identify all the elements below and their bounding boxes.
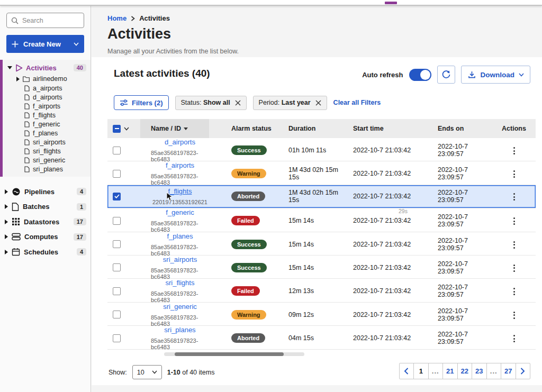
table-row[interactable]: sri_planes 85ae3568197823-bc6483 Aborted… <box>107 326 536 349</box>
row-checkbox[interactable] <box>113 170 121 178</box>
filter-chip-status[interactable]: Status: Show all <box>175 96 247 110</box>
row-checkbox[interactable] <box>113 334 121 342</box>
activity-name-link[interactable]: sri_generic <box>163 303 197 311</box>
auto-refresh-toggle[interactable] <box>409 69 431 81</box>
prev-page-button[interactable] <box>399 363 414 379</box>
row-actions-kebab[interactable] <box>510 238 518 252</box>
header-start-time[interactable]: Start time <box>344 125 429 132</box>
tree-item-file[interactable]: a_airports <box>3 84 91 93</box>
header-alarm-status[interactable]: Alarm status <box>209 125 281 132</box>
datastore-grid-icon <box>12 217 20 226</box>
table-row[interactable]: f_airports 85ae3568197823-bc6483 Warning… <box>107 161 536 185</box>
tree-item-file[interactable]: f_flights <box>3 111 91 120</box>
sidebar-item-schedules[interactable]: Schedules 4 <box>0 244 91 260</box>
page-button-23[interactable]: 23 <box>472 363 487 379</box>
start-time-cell: 2022-10-7 21:03:42 <box>344 311 429 318</box>
tree-item-airlinedemo[interactable]: airlinedemo <box>3 74 91 84</box>
refresh-icon <box>441 70 451 79</box>
sidebar-tree: Activities 40 airlinedemo a_airports d_a… <box>0 60 91 177</box>
ends-on-cell: 2022-10-7 23:09:57 <box>429 166 492 181</box>
activity-name-link[interactable]: f_airports <box>166 161 194 169</box>
breadcrumb-home-link[interactable]: Home <box>107 14 127 22</box>
table-row[interactable]: sri_airports 85ae3568197823-bc6483 Succe… <box>107 256 536 279</box>
pipeline-icon <box>12 187 21 196</box>
refresh-button[interactable] <box>437 66 455 84</box>
tree-item-file[interactable]: sri_airports <box>3 138 91 147</box>
row-checkbox[interactable] <box>113 217 121 225</box>
status-badge: Aborted <box>231 333 265 343</box>
download-button[interactable]: Download <box>461 66 531 84</box>
close-icon[interactable] <box>235 100 241 106</box>
table-row[interactable]: f_generic 85ae3568197823-bc6483 Failed 1… <box>107 208 536 232</box>
row-actions-kebab[interactable] <box>510 332 518 345</box>
row-checkbox[interactable] <box>113 311 121 318</box>
chevron-down-icon <box>74 42 79 46</box>
tree-item-file[interactable]: f_planes <box>3 129 91 138</box>
tree-item-file[interactable]: f_airports <box>3 102 91 111</box>
activity-name-link[interactable]: d_airports <box>165 138 195 146</box>
header-ends-on[interactable]: Ends on <box>429 125 492 132</box>
table-row[interactable]: d_airports 85ae3568197823-bc6483 Success… <box>107 138 536 161</box>
start-time-cell: 2022-10-7 21:03:42 <box>344 287 429 295</box>
page-ellipsis: ... <box>486 363 502 379</box>
row-actions-kebab[interactable] <box>510 144 518 158</box>
horizontal-scrollbar-thumb[interactable] <box>175 352 284 356</box>
row-actions-kebab[interactable] <box>510 285 518 298</box>
tree-item-file[interactable]: sri_planes <box>3 165 91 174</box>
page-button-1[interactable]: 1 <box>413 363 429 379</box>
row-checkbox-checked[interactable] <box>113 193 121 200</box>
header-name[interactable]: Name / ID <box>140 119 209 138</box>
row-actions-kebab[interactable] <box>510 167 518 181</box>
page-size-select[interactable]: 10 <box>132 365 162 379</box>
row-actions-kebab[interactable] <box>510 190 518 204</box>
sidebar-item-pipelines[interactable]: Pipelines 4 <box>0 184 91 199</box>
activity-id: 85ae3568197823-bc6483 <box>151 338 209 350</box>
search-input[interactable] <box>22 17 75 24</box>
filters-button[interactable]: Filters (2) <box>114 95 169 110</box>
row-actions-kebab[interactable] <box>510 308 518 322</box>
row-actions-kebab[interactable] <box>510 214 518 228</box>
header-duration[interactable]: Duration <box>281 125 344 132</box>
activity-id: 85ae3568197823-bc6483 <box>151 314 209 327</box>
tree-item-label: f_planes <box>33 130 58 137</box>
row-checkbox[interactable] <box>113 240 121 248</box>
page-button-21[interactable]: 21 <box>442 363 458 379</box>
activity-name-link[interactable]: sri_airports <box>163 256 197 263</box>
tree-item-file[interactable]: sri_flights <box>3 147 91 156</box>
ends-on-cell: 2022-10-7 23:09:57 <box>429 237 492 252</box>
activity-name-link[interactable]: f_generic <box>166 208 194 216</box>
tree-item-file[interactable]: d_airports <box>3 93 91 102</box>
caret-right-icon <box>5 250 8 254</box>
page-button-22[interactable]: 22 <box>457 363 473 379</box>
row-checkbox[interactable] <box>113 147 121 154</box>
table-row-selected[interactable]: f_flights 22019713553192621 Aborted 1M 4… <box>107 185 536 208</box>
sidebar-item-datastores[interactable]: Datastores 17 <box>0 214 91 230</box>
ends-on-cell: 2022-10-7 23:09:57 <box>429 307 492 322</box>
close-icon[interactable] <box>315 100 321 106</box>
sidebar-item-activities[interactable]: Activities 40 <box>3 61 91 74</box>
compute-stack-icon <box>12 233 21 241</box>
header-actions: Actions <box>492 125 536 132</box>
filter-chip-period[interactable]: Period: Last year <box>253 96 327 110</box>
row-checkbox[interactable] <box>113 263 121 271</box>
next-page-button[interactable] <box>516 363 531 379</box>
tree-item-file[interactable]: sri_generic <box>3 156 91 165</box>
activity-name-link[interactable]: sri_planes <box>164 326 195 334</box>
row-checkbox[interactable] <box>113 287 121 295</box>
select-all-checkbox[interactable] <box>113 125 121 133</box>
search-box[interactable] <box>6 13 84 28</box>
activity-name-link[interactable]: sri_flights <box>166 279 195 287</box>
table-row[interactable]: f_planes 85ae3568197823-bc6483 Success 1… <box>107 232 536 256</box>
activity-name-link[interactable]: f_planes <box>167 232 193 240</box>
select-menu-chevron-icon[interactable] <box>124 127 129 131</box>
clear-all-filters-link[interactable]: Clear all Filters <box>333 99 381 106</box>
table-row[interactable]: sri_generic 85ae3568197823-bc6483 Warnin… <box>107 303 536 326</box>
page-button-27[interactable]: 27 <box>501 363 516 379</box>
table-row[interactable]: sri_flights 85ae3568197823-bc6483 Failed… <box>107 279 536 302</box>
tree-item-file[interactable]: f_generic <box>3 120 91 129</box>
row-actions-kebab[interactable] <box>510 261 518 275</box>
create-new-button[interactable]: Create New <box>6 35 84 53</box>
sidebar-item-computes[interactable]: Computes 17 <box>0 230 91 245</box>
sidebar-item-batches[interactable]: Batches 1 <box>0 199 91 215</box>
file-icon <box>24 130 30 136</box>
